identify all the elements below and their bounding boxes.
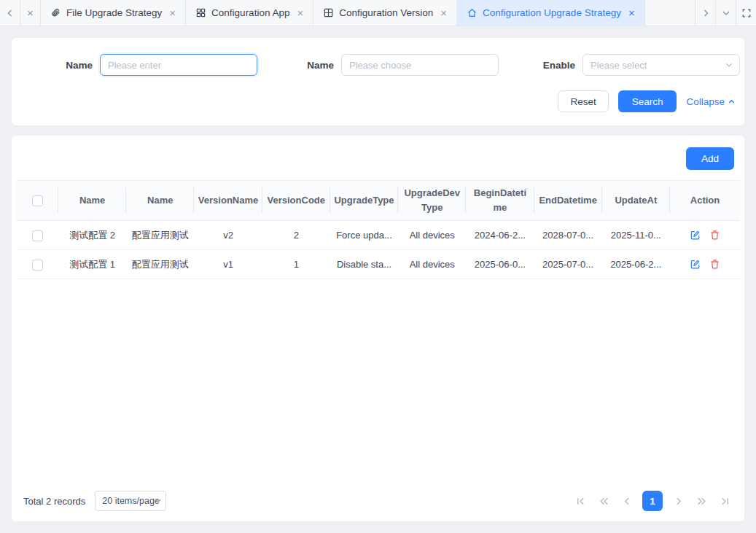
chevron-down-icon (725, 61, 733, 69)
edit-button[interactable] (687, 257, 704, 271)
row-checkbox[interactable] (32, 260, 43, 271)
cell-upgrade-dev-type: All devices (398, 250, 466, 279)
col-header-version-name: VersionName (194, 181, 262, 221)
fullscreen-button[interactable] (736, 0, 756, 26)
forward-five-pages-button[interactable] (693, 493, 709, 509)
cell-upgrade-dev-type: All devices (398, 221, 466, 250)
tab-configuration-app[interactable]: Configuration App × (186, 0, 313, 26)
tab-label: Configuration Version (339, 7, 433, 18)
filter-group-enable: Enable Please select (499, 54, 740, 76)
edit-icon (690, 230, 701, 241)
col-header-end-datetime: EndDatetime (534, 181, 602, 221)
close-current-tab-button[interactable]: × (20, 0, 41, 26)
col-header-update-at: UpdateAt (602, 181, 670, 221)
page-content: Name Name Enable Please select Reset (0, 26, 756, 533)
tab-configuration-version[interactable]: Configuration Version × (313, 0, 457, 26)
chevron-right-icon (701, 8, 711, 18)
chevron-down-icon (721, 8, 731, 18)
filter-group-name-1: Name (16, 54, 257, 76)
cell-action (670, 221, 740, 250)
tab-label: File Upgrade Strategy (66, 7, 162, 18)
collapse-toggle[interactable]: Collapse (686, 96, 736, 107)
delete-button[interactable] (706, 257, 723, 271)
table-empty-area (16, 279, 740, 481)
current-page-button[interactable]: 1 (642, 491, 663, 511)
scroll-tabs-right-button[interactable] (695, 0, 715, 26)
page-size-select[interactable]: 20 items/page (95, 491, 166, 511)
reset-button[interactable]: Reset (558, 90, 608, 112)
edit-icon (690, 259, 701, 270)
delete-button[interactable] (706, 228, 723, 242)
name-choose-input[interactable] (341, 54, 499, 76)
chevron-up-icon (728, 98, 736, 106)
col-header-upgrade-type: UpgradeType (330, 181, 398, 221)
select-all-checkbox[interactable] (32, 195, 43, 206)
enable-field-label: Enable (543, 60, 575, 71)
fullscreen-icon (741, 8, 752, 18)
filter-actions-row: Reset Search Collapse (16, 90, 740, 112)
cell-version-code: 1 (262, 250, 330, 279)
cell-end-datetime: 2028-07-0... (534, 221, 602, 250)
cell-app-name: 配置应用测试 (126, 221, 194, 250)
enable-select[interactable]: Please select (582, 54, 740, 76)
close-tab-icon[interactable]: × (628, 7, 635, 18)
page-size-value: 20 items/page (102, 496, 160, 506)
strategy-table: Name Name VersionName VersionCode Upgrad… (16, 180, 740, 279)
tab-label: Configuration Upgrade Strategy (483, 7, 621, 18)
cell-action (670, 250, 740, 279)
cell-version-name: v2 (194, 221, 262, 250)
table-header-row: Name Name VersionName VersionCode Upgrad… (16, 181, 740, 221)
cell-version-name: v1 (194, 250, 262, 279)
name-field-label: Name (66, 60, 93, 71)
pagination: 1 (572, 491, 733, 511)
cell-end-datetime: 2025-07-0... (534, 250, 602, 279)
window-grid-icon (323, 7, 334, 18)
double-chevron-right-icon (696, 496, 707, 507)
col-header-app-name: Name (126, 181, 194, 221)
first-page-icon (575, 496, 586, 507)
cell-begin-datetime: 2025-06-0... (466, 250, 534, 279)
last-page-button[interactable] (717, 493, 733, 509)
cell-upgrade-type: Force upda... (330, 221, 398, 250)
table-row: 测试配置 1 配置应用测试 v1 1 Disable sta... All de… (16, 250, 740, 279)
cell-name: 测试配置 2 (58, 221, 126, 250)
cell-name: 测试配置 1 (58, 250, 126, 279)
tab-options-button[interactable] (715, 0, 736, 26)
back-five-pages-button[interactable] (596, 493, 612, 509)
edit-button[interactable] (687, 228, 704, 242)
table-row: 测试配置 2 配置应用测试 v2 2 Force upda... All dev… (16, 221, 740, 250)
tab-list: File Upgrade Strategy × Configuration Ap… (41, 0, 695, 26)
col-header-action: Action (670, 181, 740, 221)
add-button[interactable]: Add (686, 147, 734, 170)
tab-configuration-upgrade-strategy[interactable]: Configuration Upgrade Strategy × (457, 0, 645, 26)
enable-select-placeholder: Please select (591, 60, 647, 71)
search-button[interactable]: Search (618, 90, 677, 112)
close-tab-icon[interactable]: × (440, 7, 447, 18)
close-tab-icon[interactable]: × (297, 7, 303, 18)
first-page-button[interactable] (572, 493, 588, 509)
row-checkbox[interactable] (32, 230, 43, 241)
cell-app-name: 配置应用测试 (126, 250, 194, 279)
close-tab-icon[interactable]: × (169, 7, 176, 18)
filter-fields-row: Name Name Enable Please select (16, 54, 740, 76)
tab-label: Configuration App (211, 7, 289, 18)
cell-upgrade-type: Disable sta... (330, 250, 398, 279)
grid-icon (195, 7, 206, 18)
name-choose-field-label: Name (307, 60, 334, 71)
col-header-upgrade-dev-type: UpgradeDevType (398, 181, 466, 221)
col-header-name: Name (58, 181, 126, 221)
next-page-button[interactable] (670, 493, 686, 509)
table-toolbar: Add (16, 146, 740, 180)
name-input[interactable] (100, 54, 257, 76)
scroll-tabs-left-button[interactable] (0, 0, 20, 26)
table-footer: Total 2 records 20 items/page (16, 481, 740, 514)
tab-bar: × File Upgrade Strategy × Configuration … (0, 0, 756, 26)
home-icon (467, 7, 478, 18)
dropdown-arrow-icon (155, 499, 161, 503)
previous-page-button[interactable] (619, 493, 635, 509)
col-header-begin-datetime: BeginDatetime (466, 181, 534, 221)
footer-left: Total 2 records 20 items/page (23, 491, 166, 511)
select-all-header (16, 181, 58, 221)
tab-file-upgrade-strategy[interactable]: File Upgrade Strategy × (41, 0, 186, 26)
chevron-left-icon (5, 8, 15, 18)
